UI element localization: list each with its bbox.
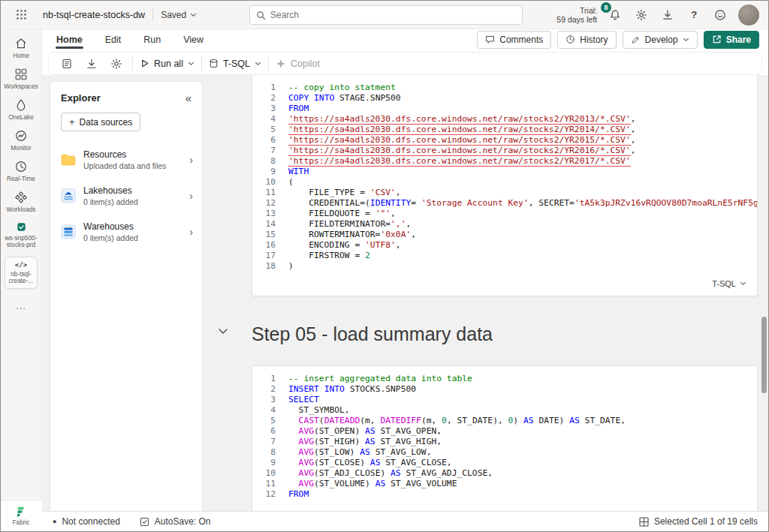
code-text[interactable]: ) bbox=[288, 261, 757, 272]
line-number[interactable]: 10 bbox=[252, 468, 288, 479]
code-line[interactable]: 5'https://sa4adls2030.dfs.core.windows.n… bbox=[252, 125, 757, 135]
copilot-button[interactable]: Copilot bbox=[276, 59, 320, 69]
code-text[interactable]: ST_SYMBOL, bbox=[288, 405, 757, 416]
tab-home[interactable]: Home bbox=[56, 32, 83, 47]
line-number[interactable]: 17 bbox=[252, 251, 288, 261]
line-number[interactable]: 16 bbox=[252, 240, 288, 251]
code-line[interactable]: 2INSERT INTO STOCKS.SNP500 bbox=[252, 384, 757, 395]
code-line[interactable]: 2COPY INTO STAGE.SNP500 bbox=[252, 93, 757, 104]
code-line[interactable]: 7 AVG(ST_HIGH) AS ST_AVG_HIGH, bbox=[252, 437, 757, 447]
code-text[interactable]: AVG(ST_CLOSE) AS ST_AVG_CLOSE, bbox=[288, 458, 757, 468]
document-actions-button[interactable] bbox=[58, 55, 76, 73]
app-launcher-button[interactable] bbox=[11, 5, 31, 25]
code-line[interactable]: 10 AVG(ST_ADJ_CLOSE) AS ST_AVG_ADJ_CLOSE… bbox=[252, 468, 757, 479]
code-text[interactable]: FIRSTROW = 2 bbox=[288, 251, 757, 261]
code-text[interactable]: INSERT INTO STOCKS.SNP500 bbox=[288, 384, 757, 395]
code-text[interactable]: -- copy into statment bbox=[288, 83, 757, 93]
line-number[interactable]: 10 bbox=[252, 177, 288, 188]
code-line[interactable]: 9WITH bbox=[252, 167, 757, 177]
search-box[interactable] bbox=[249, 5, 523, 25]
code-line[interactable]: 8 AVG(ST_LOW) AS ST_AVG_LOW, bbox=[252, 447, 757, 458]
line-number[interactable]: 4 bbox=[252, 405, 288, 416]
line-number[interactable]: 15 bbox=[252, 230, 288, 240]
line-number[interactable]: 1 bbox=[252, 83, 288, 93]
code-line[interactable]: 3FROM bbox=[252, 104, 757, 114]
code-editor[interactable]: 1-- insert aggregated data into table2IN… bbox=[252, 372, 757, 500]
comments-button[interactable]: Comments bbox=[477, 31, 551, 49]
sidebar-item-realtime[interactable]: Real-Time bbox=[2, 160, 40, 182]
code-text[interactable]: ROWTERMINATOR='0x0A', bbox=[288, 230, 757, 240]
tab-view[interactable]: View bbox=[182, 32, 204, 47]
code-line[interactable]: 7'https://sa4adls2030.dfs.core.windows.n… bbox=[252, 146, 757, 156]
sidebar-item-home[interactable]: Home bbox=[2, 37, 40, 59]
code-text[interactable]: 'https://sa4adls2030.dfs.core.windows.ne… bbox=[288, 114, 757, 125]
connection-status[interactable]: ● Not connected bbox=[53, 516, 120, 527]
sidebar-item-workspaces[interactable]: Workspaces bbox=[2, 68, 40, 90]
line-number[interactable]: 2 bbox=[252, 384, 288, 395]
code-text[interactable]: WITH bbox=[288, 167, 757, 177]
tab-edit[interactable]: Edit bbox=[104, 32, 122, 47]
download-notebook-button[interactable] bbox=[83, 55, 101, 73]
line-number[interactable]: 12 bbox=[252, 489, 288, 500]
code-line[interactable]: 1-- copy into statment bbox=[252, 83, 757, 93]
code-text[interactable]: 'https://sa4adls2030.dfs.core.windows.ne… bbox=[288, 146, 757, 156]
code-line[interactable]: 12 CREDENTIAL=(IDENTITY= 'Storage Accoun… bbox=[252, 198, 757, 209]
code-line[interactable]: 10( bbox=[252, 177, 757, 188]
add-data-sources-button[interactable]: + Data sources bbox=[61, 113, 140, 131]
code-line[interactable]: 8'https://sa4adls2030.dfs.core.windows.n… bbox=[252, 156, 757, 167]
code-text[interactable]: 'https://sa4adls2030.dfs.core.windows.ne… bbox=[288, 156, 757, 167]
downloads-button[interactable] bbox=[659, 7, 676, 23]
code-text[interactable]: -- insert aggregated data into table bbox=[288, 374, 757, 384]
code-text[interactable]: AVG(ST_LOW) AS ST_AVG_LOW, bbox=[288, 447, 757, 458]
line-number[interactable]: 7 bbox=[252, 437, 288, 447]
code-text[interactable]: 'https://sa4adls2030.dfs.core.windows.ne… bbox=[288, 125, 757, 135]
develop-dropdown[interactable]: Develop bbox=[623, 31, 698, 49]
account-avatar[interactable] bbox=[738, 5, 759, 26]
code-text[interactable]: AVG(ST_VOLUME) AS ST_AVG_VOLUME bbox=[288, 479, 757, 489]
code-text[interactable]: FILE_TYPE = 'CSV', bbox=[288, 188, 757, 198]
language-selector-dropdown[interactable]: T-SQL bbox=[209, 59, 261, 69]
code-editor[interactable]: 1-- copy into statment2COPY INTO STAGE.S… bbox=[252, 81, 757, 272]
code-line[interactable]: 11 FILE_TYPE = 'CSV', bbox=[252, 188, 757, 198]
sidebar-item-workloads[interactable]: Workloads bbox=[2, 191, 40, 213]
code-line[interactable]: 15 ROWTERMINATOR='0x0A', bbox=[252, 230, 757, 240]
line-number[interactable]: 7 bbox=[252, 146, 288, 156]
code-text[interactable]: COPY INTO STAGE.SNP500 bbox=[288, 93, 757, 104]
code-text[interactable]: CREDENTIAL=(IDENTITY= 'Storage Account K… bbox=[288, 198, 757, 209]
code-line[interactable]: 12FROM bbox=[252, 489, 757, 500]
code-line[interactable]: 11 AVG(ST_VOLUME) AS ST_AVG_VOLUME bbox=[252, 479, 757, 489]
code-line[interactable]: 14 FIELDTERMINATOR=',', bbox=[252, 219, 757, 230]
help-button[interactable]: ? bbox=[686, 7, 702, 23]
chevron-right-icon[interactable]: › bbox=[189, 226, 193, 238]
code-line[interactable]: 9 AVG(ST_CLOSE) AS ST_AVG_CLOSE, bbox=[252, 458, 757, 468]
cell-language-dropdown[interactable]: T-SQL bbox=[712, 279, 746, 288]
notebook-settings-button[interactable] bbox=[107, 55, 125, 73]
feedback-button[interactable] bbox=[712, 7, 728, 23]
sidebar-item-onelake[interactable]: OneLake bbox=[2, 98, 40, 121]
code-line[interactable]: 18) bbox=[252, 261, 757, 272]
line-number[interactable]: 18 bbox=[252, 261, 288, 272]
line-number[interactable]: 6 bbox=[252, 426, 288, 437]
sidebar-item-current-notebook[interactable]: </> nb-tsql-create-... bbox=[5, 257, 38, 289]
line-number[interactable]: 9 bbox=[252, 167, 288, 177]
search-input[interactable] bbox=[270, 10, 516, 20]
code-text[interactable]: AVG(ST_OPEN) AS ST_AVG_OPEN, bbox=[288, 426, 757, 437]
code-line[interactable]: 6'https://sa4adls2030.dfs.core.windows.n… bbox=[252, 135, 757, 146]
collapse-cell-chevron-icon[interactable] bbox=[218, 328, 228, 335]
save-status-dropdown[interactable]: Saved bbox=[161, 10, 197, 20]
code-line[interactable]: 4'https://sa4adls2030.dfs.core.windows.n… bbox=[252, 114, 757, 125]
line-number[interactable]: 8 bbox=[252, 156, 288, 167]
explorer-item-resources[interactable]: Resources Uploaded data and files › bbox=[50, 142, 202, 178]
code-text[interactable]: FROM bbox=[288, 104, 757, 114]
line-number[interactable]: 3 bbox=[252, 395, 288, 405]
code-text[interactable]: CAST(DATEADD(m, DATEDIFF(m, 0, ST_DATE),… bbox=[288, 416, 757, 426]
line-number[interactable]: 5 bbox=[252, 125, 288, 135]
line-number[interactable]: 8 bbox=[252, 447, 288, 458]
code-text[interactable]: FROM bbox=[288, 489, 757, 500]
line-number[interactable]: 11 bbox=[252, 188, 288, 198]
sidebar-item-monitor[interactable]: Monitor bbox=[2, 129, 40, 152]
autosave-status[interactable]: AutoSave: On bbox=[140, 516, 211, 527]
code-cell-1[interactable]: 1-- copy into statment2COPY INTO STAGE.S… bbox=[252, 75, 758, 296]
code-text[interactable]: FIELDTERMINATOR=',', bbox=[288, 219, 757, 230]
code-line[interactable]: 13 FIELDQUOTE = '"', bbox=[252, 209, 757, 219]
